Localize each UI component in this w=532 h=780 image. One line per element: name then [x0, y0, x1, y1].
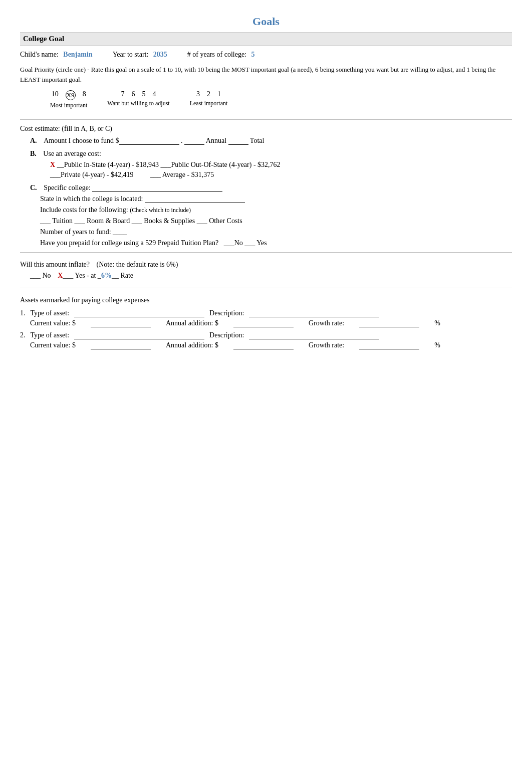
- inflate-rate-value: 6%: [101, 272, 112, 279]
- asset-1-annual-blank: [233, 319, 294, 327]
- asset-2-current-label: Current value: $: [30, 341, 76, 349]
- scale-middle-group: 7 6 5 4 Want but willing to adjust: [107, 90, 169, 107]
- child-name-field: Child's name: Benjamin: [20, 51, 93, 59]
- asset-1-desc-blank: [249, 309, 379, 317]
- section-bar-college-goal: College Goal: [20, 32, 512, 46]
- asset-2-pct: %: [434, 341, 440, 349]
- option-b-details: X __Public In-State (4-year) - $18,943 _…: [50, 161, 512, 179]
- option-a: A. Amount I choose to fund $ . Annual To…: [30, 137, 512, 145]
- asset-2-annual-label: Annual addition: $: [166, 341, 218, 349]
- years-college-label: # of years of college:: [187, 51, 246, 58]
- inflate-section: Will this amount inflate? (Note: the def…: [20, 261, 512, 280]
- option-a-text: Amount I choose to fund $ . Annual Total: [44, 137, 264, 144]
- asset-row-1: 1. Type of asset: Description: Current v…: [20, 309, 512, 327]
- cost-estimate-title: Cost estimate: (fill in A, B, or C): [20, 125, 512, 133]
- asset-row-2-line1: 2. Type of asset: Description:: [20, 331, 512, 339]
- num-3: 3: [196, 90, 200, 98]
- include-line: Include costs for the following: (Check …: [40, 206, 512, 214]
- num-7: 7: [121, 90, 125, 98]
- asset-1-growth-blank: [359, 319, 419, 327]
- inflate-x: X: [58, 272, 63, 279]
- num-2: 2: [207, 90, 210, 98]
- scale-least-group: 3 2 1 Least important: [190, 90, 228, 107]
- years-to-fund-line: Number of years to fund: ____: [40, 228, 512, 236]
- asset-2-num: 2.: [20, 331, 26, 339]
- asset-1-current-blank: [91, 319, 151, 327]
- inflate-options: ___ No X___ Yes - at _6%__ Rate: [30, 272, 512, 280]
- divider-1: [20, 119, 512, 120]
- option-c-text: Specific college:: [44, 184, 91, 191]
- asset-2-type-label: Type of asset:: [31, 331, 70, 339]
- year-label: Year to start:: [113, 51, 149, 58]
- asset-1-type-label: Type of asset:: [31, 309, 70, 317]
- asset-row-1-line2: Current value: $ Annual addition: $ Grow…: [30, 319, 512, 327]
- assets-title: Assets earmarked for paying college expe…: [20, 296, 512, 304]
- asset-2-growth-label: Growth rate:: [309, 341, 344, 349]
- year-value: 2035: [153, 51, 167, 58]
- num-9-circled: X9: [66, 90, 76, 100]
- asset-1-annual-label: Annual addition: $: [166, 319, 218, 327]
- child-name-label: Child's name:: [20, 51, 59, 58]
- option-c-label: C.: [30, 184, 37, 191]
- option-a-label: A.: [30, 137, 37, 144]
- year-field: Year to start: 2035: [113, 51, 167, 59]
- asset-2-desc-blank: [249, 331, 379, 339]
- asset-2-annual-blank: [233, 341, 294, 349]
- specific-college-block: State in which the college is located: I…: [40, 195, 512, 247]
- asset-row-2: 2. Type of asset: Description: Current v…: [20, 331, 512, 349]
- state-line: State in which the college is located:: [40, 195, 512, 203]
- asset-2-type-blank: [74, 331, 204, 339]
- option-b-text: Use an average cost:: [43, 150, 101, 157]
- asset-1-desc-label: Description:: [209, 309, 244, 317]
- assets-section: Assets earmarked for paying college expe…: [20, 296, 512, 349]
- goal-priority-text: Goal Priority (circle one) - Rate this g…: [20, 65, 512, 84]
- priority-scale: 10 X9 8 Most important 7 6 5 4 Want but …: [50, 90, 512, 109]
- include-items: ___ Tuition ___ Room & Board ___ Books &…: [40, 217, 512, 225]
- option-b-public-in: __Public In-State (4-year) - $18,943 ___…: [57, 161, 281, 168]
- most-label: Most important: [50, 102, 87, 109]
- num-5: 5: [142, 90, 146, 98]
- asset-1-current-label: Current value: $: [30, 319, 76, 327]
- option-b-line2: ___Private (4-year) - $42,419 ___ Averag…: [50, 171, 512, 179]
- asset-1-pct: %: [434, 319, 440, 327]
- asset-1-type-blank: [74, 309, 204, 317]
- child-name-value: Benjamin: [63, 51, 92, 58]
- x-mark-public-in: X: [50, 161, 55, 168]
- asset-row-2-line2: Current value: $ Annual addition: $ Grow…: [30, 341, 512, 349]
- num-10: 10: [52, 90, 59, 100]
- option-b: B. Use an average cost: X __Public In-St…: [30, 150, 512, 179]
- middle-label: Want but willing to adjust: [107, 100, 169, 107]
- years-college-value: 5: [251, 51, 255, 58]
- prepaid-line: Have you prepaid for college using a 529…: [40, 239, 512, 247]
- years-college-field: # of years of college: 5: [187, 51, 255, 59]
- option-b-private: ___Private (4-year) - $42,419: [50, 171, 133, 178]
- num-6: 6: [132, 90, 135, 98]
- inflate-yes: ___ Yes - at _: [63, 272, 101, 279]
- option-b-line1: X __Public In-State (4-year) - $18,943 _…: [50, 161, 512, 169]
- specific-college-blank: [92, 184, 222, 192]
- inflate-note: (Note: the default rate is 6%): [97, 261, 178, 268]
- scale-most-numbers: 10 X9 8: [52, 90, 86, 100]
- inflate-question: Will this amount inflate?: [20, 261, 90, 268]
- inflate-rate-suffix: __ Rate: [112, 272, 133, 279]
- divider-2: [20, 252, 512, 253]
- divider-3: [20, 288, 512, 288]
- asset-2-desc-label: Description:: [209, 331, 244, 339]
- asset-2-growth-blank: [359, 341, 419, 349]
- asset-row-1-line1: 1. Type of asset: Description:: [20, 309, 512, 317]
- option-b-label: B.: [30, 150, 37, 157]
- inflate-no: ___ No: [30, 272, 51, 279]
- cost-estimate-section: Cost estimate: (fill in A, B, or C) A. A…: [20, 125, 512, 247]
- page-title: Goals: [20, 15, 512, 28]
- option-b-average: ___ Average - $31,375: [150, 171, 214, 178]
- child-info-row: Child's name: Benjamin Year to start: 20…: [20, 51, 512, 59]
- scale-least-numbers: 3 2 1: [196, 90, 221, 98]
- num-1: 1: [217, 90, 221, 98]
- option-c: C. Specific college: State in which the …: [30, 184, 512, 247]
- asset-1-num: 1.: [20, 309, 26, 317]
- asset-1-growth-label: Growth rate:: [309, 319, 344, 327]
- asset-2-current-blank: [91, 341, 151, 349]
- num-8: 8: [83, 90, 86, 100]
- num-4: 4: [153, 90, 156, 98]
- least-label: Least important: [190, 100, 228, 107]
